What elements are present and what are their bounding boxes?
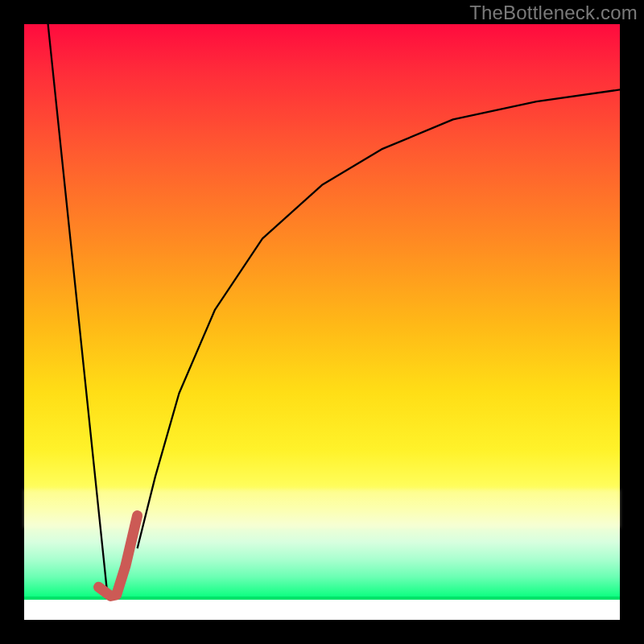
series-marker-hook: [99, 516, 138, 597]
series-right-curve: [138, 89, 620, 548]
watermark-text: TheBottleneck.com: [469, 2, 638, 24]
plot-area: [24, 24, 620, 620]
series-left-descent: [48, 24, 108, 596]
curves-svg: [24, 24, 620, 620]
outer-frame: TheBottleneck.com: [0, 0, 644, 644]
